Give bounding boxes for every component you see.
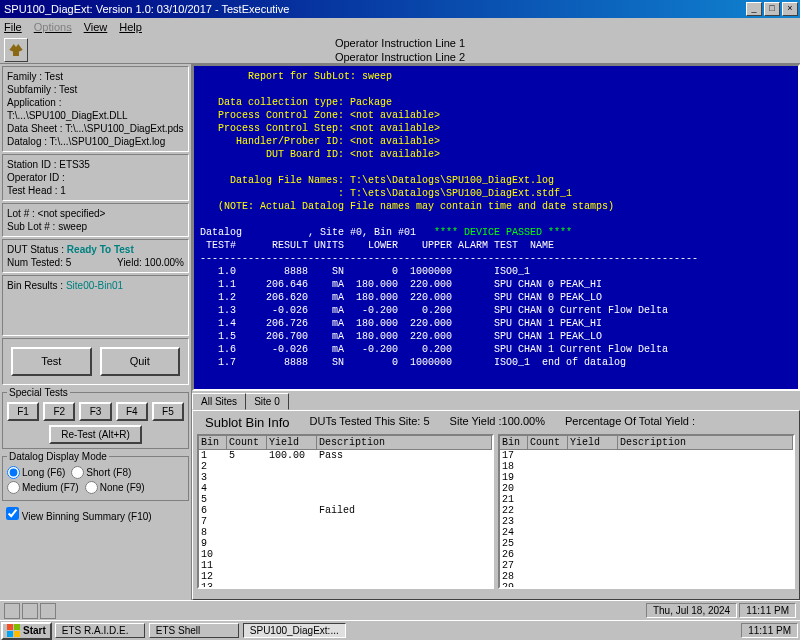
eagle-icon [7, 41, 25, 59]
f4-button[interactable]: F4 [116, 402, 148, 421]
taskbar-ets-shell[interactable]: ETS Shell [149, 623, 239, 638]
windows-icon [7, 624, 21, 638]
radio-medium[interactable]: Medium (F7) [7, 481, 79, 494]
quit-button[interactable]: Quit [100, 347, 181, 376]
status-date: Thu, Jul 18, 2024 [646, 603, 737, 618]
bin-table-right[interactable]: Bin Count Yield Description 171819202122… [498, 434, 795, 589]
table-row[interactable]: 8 [199, 527, 492, 538]
table-row[interactable]: 25 [500, 538, 793, 549]
table-row[interactable]: 26 [500, 549, 793, 560]
bin-tabs: All Sites Site 0 [192, 391, 800, 410]
system-tray[interactable]: 11:11 PM [741, 623, 798, 638]
table-row[interactable]: 28 [500, 571, 793, 582]
status-icon-2[interactable] [22, 603, 38, 619]
menu-options[interactable]: Options [34, 21, 72, 33]
dut-status-label: DUT Status : [7, 244, 64, 255]
table-row[interactable]: 5 [199, 494, 492, 505]
table-row[interactable]: 18 [500, 461, 793, 472]
close-button[interactable]: × [782, 2, 798, 16]
radio-none[interactable]: None (F9) [85, 481, 145, 494]
operator-instruction-1: Operator Instruction Line 1 [0, 36, 800, 50]
special-tests-legend: Special Tests [7, 387, 70, 398]
table-row[interactable]: 13 [199, 582, 492, 589]
table-row[interactable]: 24 [500, 527, 793, 538]
family-panel: Family : Test Subfamily : Test Applicati… [2, 66, 189, 152]
sublot-label: Sub Lot # : sweep [7, 220, 184, 233]
site-yield-label: Site Yield :100.00% [450, 415, 545, 430]
table-row[interactable]: 3 [199, 472, 492, 483]
svg-rect-0 [7, 624, 13, 630]
tab-all-sites[interactable]: All Sites [192, 393, 246, 410]
table-row[interactable]: 20 [500, 483, 793, 494]
radio-long[interactable]: Long (F6) [7, 466, 65, 479]
datasheet-label: Data Sheet : T:\...\SPU100_DiagExt.pds [7, 122, 184, 135]
table-row[interactable]: 9 [199, 538, 492, 549]
radio-short[interactable]: Short (F8) [71, 466, 131, 479]
eagle-icon-button[interactable] [4, 38, 28, 62]
tab-site-0[interactable]: Site 0 [245, 393, 289, 410]
pct-total-yield-label: Percentage Of Total Yield : [565, 415, 695, 430]
menu-help[interactable]: Help [119, 21, 142, 33]
table-row[interactable]: 6Failed [199, 505, 492, 516]
testhead-label: Test Head : 1 [7, 184, 184, 197]
subfamily-label: Subfamily : Test [7, 83, 184, 96]
f5-button[interactable]: F5 [152, 402, 184, 421]
table-row[interactable]: 15100.00Pass [199, 450, 492, 461]
table-row[interactable]: 23 [500, 516, 793, 527]
table-row[interactable]: 17 [500, 450, 793, 461]
view-binning-checkbox[interactable]: View Binning Summary (F10) [6, 511, 152, 522]
statusbar: Thu, Jul 18, 2024 11:11 PM [0, 600, 800, 620]
datalog-display-legend: Datalog Display Mode [7, 451, 109, 462]
start-button[interactable]: Start [1, 622, 52, 640]
station-id-label: Station ID : ETS35 [7, 158, 184, 171]
taskbar-ets-raide[interactable]: ETS R.A.I.D.E. [55, 623, 145, 638]
family-label: Family : Test [7, 70, 184, 83]
special-tests-fieldset: Special Tests F1 F2 F3 F4 F5 Re-Test (Al… [2, 387, 189, 449]
minimize-button[interactable]: _ [746, 2, 762, 16]
svg-rect-3 [14, 631, 20, 637]
status-icon-1[interactable] [4, 603, 20, 619]
maximize-button[interactable]: □ [764, 2, 780, 16]
datalog-terminal[interactable]: Report for SubLot: sweep Data collection… [192, 64, 800, 391]
f1-button[interactable]: F1 [7, 402, 39, 421]
operator-instructions: Operator Instruction Line 1 Operator Ins… [0, 36, 800, 64]
table-row[interactable]: 19 [500, 472, 793, 483]
bin-table-left[interactable]: Bin Count Yield Description 15100.00Pass… [197, 434, 494, 589]
window-titlebar: SPU100_DiagExt: Version 1.0: 03/10/2017 … [0, 0, 800, 18]
table-row[interactable]: 21 [500, 494, 793, 505]
table-row[interactable]: 22 [500, 505, 793, 516]
dut-status-value: Ready To Test [67, 244, 134, 255]
left-panel: Family : Test Subfamily : Test Applicati… [0, 64, 192, 600]
menu-view[interactable]: View [84, 21, 108, 33]
table-row[interactable]: 7 [199, 516, 492, 527]
taskbar: Start ETS R.A.I.D.E. ETS Shell SPU100_Di… [0, 620, 800, 640]
lot-panel: Lot # : <not specified> Sub Lot # : swee… [2, 203, 189, 237]
binresults-value: Site00-Bin01 [66, 280, 123, 291]
menu-file[interactable]: File [4, 21, 22, 33]
binresults-panel: Bin Results : Site00-Bin01 [2, 275, 189, 336]
bin-table-header: Bin Count Yield Description [500, 436, 793, 450]
table-row[interactable]: 12 [199, 571, 492, 582]
retest-button[interactable]: Re-Test (Alt+R) [49, 425, 142, 444]
svg-rect-2 [7, 631, 13, 637]
datalog-label: Datalog : T:\...\SPU100_DiagExt.log [7, 135, 184, 148]
f3-button[interactable]: F3 [79, 402, 111, 421]
table-row[interactable]: 11 [199, 560, 492, 571]
status-time: 11:11 PM [739, 603, 796, 618]
table-row[interactable]: 10 [199, 549, 492, 560]
table-row[interactable]: 4 [199, 483, 492, 494]
operator-id-label: Operator ID : [7, 171, 184, 184]
action-buttons: Test Quit [2, 338, 189, 385]
bin-tab-body: Sublot Bin Info DUTs Tested This Site: 5… [192, 410, 800, 600]
taskbar-spu100[interactable]: SPU100_DiagExt:... [243, 623, 346, 638]
status-icon-3[interactable] [40, 603, 56, 619]
table-row[interactable]: 2 [199, 461, 492, 472]
toolbar: Operator Instruction Line 1 Operator Ins… [0, 36, 800, 64]
f2-button[interactable]: F2 [43, 402, 75, 421]
table-row[interactable]: 27 [500, 560, 793, 571]
station-panel: Station ID : ETS35 Operator ID : Test He… [2, 154, 189, 201]
test-button[interactable]: Test [11, 347, 92, 376]
lot-label: Lot # : <not specified> [7, 207, 184, 220]
num-tested-label: Num Tested: 5 [7, 256, 71, 269]
table-row[interactable]: 29 [500, 582, 793, 589]
